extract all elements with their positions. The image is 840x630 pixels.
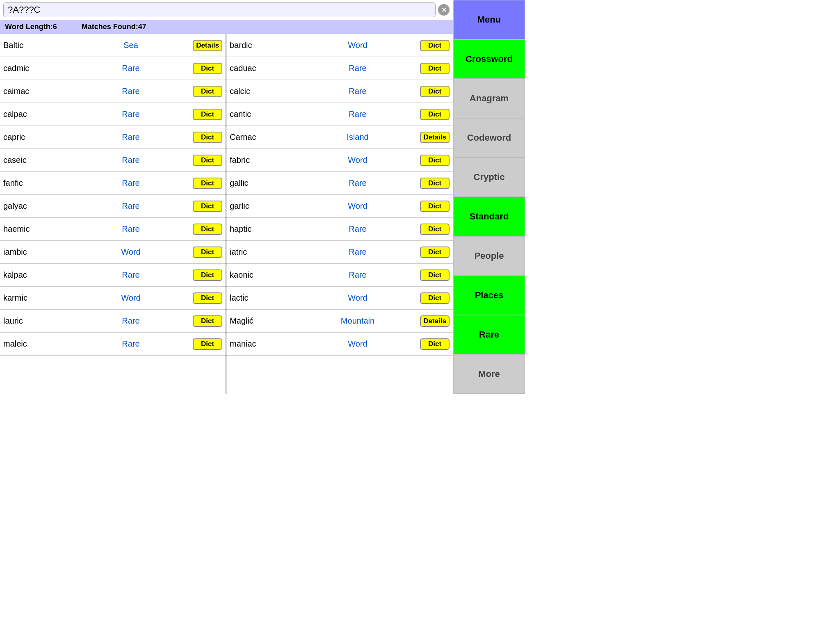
- dict-button[interactable]: Dict: [193, 247, 222, 258]
- table-row: maleicRareDict: [0, 333, 226, 356]
- table-row: calpacRareDict: [0, 103, 226, 126]
- word-type-label: Island: [295, 132, 420, 142]
- word-label: Carnac: [230, 132, 295, 142]
- word-type-label: Rare: [295, 110, 420, 119]
- sidebar-btn-places[interactable]: Places: [453, 276, 525, 315]
- table-row: kalpacRareDict: [0, 264, 226, 287]
- results-table: BalticSeaDetailscadmicRareDictcaimacRare…: [0, 34, 453, 394]
- word-label: iambic: [3, 247, 69, 257]
- dict-button[interactable]: Dict: [193, 178, 222, 189]
- word-label: maniac: [230, 339, 295, 349]
- dict-button[interactable]: Dict: [420, 269, 450, 281]
- table-row: caimacRareDict: [0, 80, 226, 103]
- sidebar-btn-codeword[interactable]: Codeword: [453, 118, 525, 158]
- sidebar-btn-cryptic[interactable]: Cryptic: [453, 158, 525, 197]
- dict-button[interactable]: Dict: [193, 132, 222, 143]
- right-column: bardicWordDictcaduacRareDictcalcicRareDi…: [226, 34, 453, 394]
- word-type-label: Word: [295, 155, 420, 165]
- details-button[interactable]: Details: [420, 315, 450, 327]
- dict-button[interactable]: Dict: [193, 224, 222, 235]
- word-label: Baltic: [3, 41, 69, 50]
- table-row: canticRareDict: [226, 103, 453, 126]
- dict-button[interactable]: Dict: [420, 338, 450, 350]
- word-type-label: Rare: [69, 64, 193, 73]
- sidebar-btn-standard[interactable]: Standard: [453, 197, 525, 236]
- word-label: kalpac: [3, 270, 69, 280]
- table-row: karmicWordDict: [0, 287, 226, 310]
- sidebar-btn-people[interactable]: People: [453, 236, 525, 276]
- dict-button[interactable]: Dict: [420, 109, 450, 120]
- word-label: cantic: [230, 110, 295, 119]
- dict-button[interactable]: Dict: [193, 315, 222, 327]
- word-type-label: Word: [69, 293, 193, 303]
- word-label: capric: [3, 132, 69, 142]
- sidebar-btn-menu[interactable]: Menu: [453, 0, 525, 39]
- word-type-label: Rare: [295, 87, 420, 96]
- dict-button[interactable]: Dict: [193, 63, 222, 74]
- word-label: kaonic: [230, 270, 295, 280]
- dict-button[interactable]: Dict: [420, 155, 450, 166]
- word-type-label: Word: [295, 293, 420, 303]
- word-type-label: Rare: [295, 178, 420, 188]
- table-row: haemicRareDict: [0, 218, 226, 241]
- table-row: fanficRareDict: [0, 172, 226, 195]
- table-row: hapticRareDict: [226, 218, 453, 241]
- dict-button[interactable]: Dict: [193, 155, 222, 166]
- dict-button[interactable]: Dict: [420, 40, 450, 51]
- sidebar-btn-rare[interactable]: Rare: [453, 315, 525, 354]
- search-input[interactable]: [3, 2, 436, 17]
- word-type-label: Rare: [69, 224, 193, 234]
- dict-button[interactable]: Dict: [420, 292, 450, 304]
- word-label: lactic: [230, 293, 295, 303]
- word-type-label: Word: [295, 41, 420, 50]
- sidebar-btn-more[interactable]: More: [453, 354, 525, 394]
- table-row: lauricRareDict: [0, 310, 226, 333]
- word-type-label: Rare: [69, 201, 193, 211]
- dict-button[interactable]: Dict: [420, 63, 450, 74]
- table-row: iatricRareDict: [226, 241, 453, 264]
- details-button[interactable]: Details: [193, 40, 222, 51]
- word-label: gallic: [230, 178, 295, 188]
- table-row: CarnacIslandDetails: [226, 126, 453, 149]
- dict-button[interactable]: Dict: [420, 201, 450, 212]
- dict-button[interactable]: Dict: [420, 178, 450, 189]
- word-type-label: Rare: [69, 87, 193, 96]
- word-label: haptic: [230, 224, 295, 234]
- dict-button[interactable]: Dict: [420, 86, 450, 97]
- clear-button[interactable]: ✕: [438, 4, 450, 16]
- table-row: caduacRareDict: [226, 57, 453, 80]
- dict-button[interactable]: Dict: [420, 247, 450, 258]
- table-row: BalticSeaDetails: [0, 34, 226, 57]
- table-row: lacticWordDict: [226, 287, 453, 310]
- word-length-stat: Word Length:6: [5, 23, 57, 31]
- details-button[interactable]: Details: [420, 132, 450, 143]
- word-type-label: Rare: [295, 247, 420, 257]
- word-label: iatric: [230, 247, 295, 257]
- word-type-label: Rare: [69, 270, 193, 280]
- word-type-label: Rare: [69, 132, 193, 142]
- word-type-label: Rare: [69, 110, 193, 119]
- sidebar-btn-crossword[interactable]: Crossword: [453, 39, 525, 79]
- word-label: maleic: [3, 339, 69, 349]
- dict-button[interactable]: Dict: [193, 109, 222, 120]
- dict-button[interactable]: Dict: [420, 224, 450, 235]
- word-label: garlic: [230, 201, 295, 211]
- dict-button[interactable]: Dict: [193, 269, 222, 281]
- dict-button[interactable]: Dict: [193, 201, 222, 212]
- sidebar-btn-anagram[interactable]: Anagram: [453, 79, 525, 118]
- dict-button[interactable]: Dict: [193, 338, 222, 350]
- word-type-label: Rare: [69, 339, 193, 349]
- word-label: galyac: [3, 201, 69, 211]
- word-label: caimac: [3, 87, 69, 96]
- table-row: MaglićMountainDetails: [226, 310, 453, 333]
- search-bar: ✕: [0, 0, 453, 20]
- left-column: BalticSeaDetailscadmicRareDictcaimacRare…: [0, 34, 226, 394]
- word-type-label: Rare: [69, 155, 193, 165]
- matches-stat: Matches Found:47: [82, 23, 146, 31]
- word-type-label: Rare: [295, 270, 420, 280]
- dict-button[interactable]: Dict: [193, 86, 222, 97]
- table-row: caseicRareDict: [0, 149, 226, 172]
- table-row: gallicRareDict: [226, 172, 453, 195]
- dict-button[interactable]: Dict: [193, 292, 222, 304]
- word-label: bardic: [230, 41, 295, 50]
